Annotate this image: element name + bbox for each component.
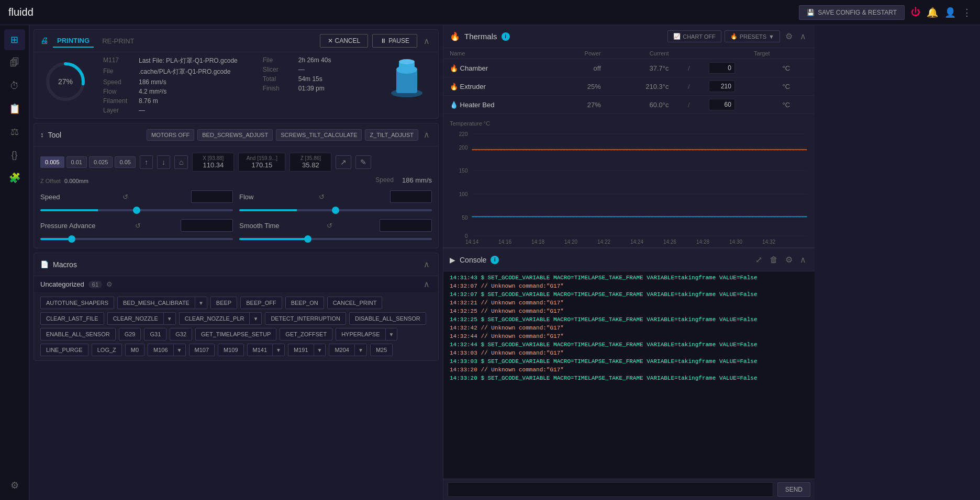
macro-btn-cancel_print[interactable]: CANCEL_PRINT: [327, 297, 383, 309]
speed-reset-btn[interactable]: ↺: [122, 193, 128, 201]
macro-arrow-m141[interactable]: ▼: [272, 344, 285, 356]
sensor-target-input-0[interactable]: [709, 62, 735, 74]
macro-btn-log_z[interactable]: LOG_Z: [92, 344, 122, 356]
smooth-input[interactable]: 0.03 s: [380, 219, 432, 232]
pa-range[interactable]: [40, 238, 233, 240]
sensor-target-input-2[interactable]: [709, 99, 735, 110]
macro-btn-detect_interruption[interactable]: DETECT_INTERRUPTION: [265, 312, 346, 325]
macro-btn-clear_last_file[interactable]: CLEAR_LAST_FILE: [40, 312, 104, 325]
macro-btn-beep_off[interactable]: BEEP_OFF: [240, 297, 282, 309]
print-card-collapse[interactable]: ∧: [421, 36, 432, 46]
tool-extra1[interactable]: ↗: [336, 155, 351, 169]
z-tilt-button[interactable]: Z_TILT_ADJUST: [365, 129, 418, 141]
move-down-button[interactable]: ↓: [157, 155, 170, 169]
step-0.05[interactable]: 0.05: [115, 156, 135, 168]
chart-off-button[interactable]: 📈 CHART OFF: [667, 30, 721, 42]
sensor-target-input-1[interactable]: [709, 81, 735, 92]
tool-card-collapse[interactable]: ∧: [421, 130, 432, 140]
bell-icon[interactable]: 🔔: [927, 7, 938, 18]
bed-screws-button[interactable]: BED_SCREWS_ADJUST: [197, 129, 273, 141]
macros-collapse[interactable]: ∧: [421, 259, 432, 269]
macro-arrow-m106[interactable]: ▼: [173, 344, 186, 356]
screws-tilt-button[interactable]: SCREWS_TILT_CALCULATE: [276, 129, 362, 141]
step-0.01[interactable]: 0.01: [66, 156, 87, 168]
thermals-info-icon[interactable]: i: [502, 32, 510, 41]
user-icon[interactable]: 👤: [944, 7, 956, 18]
move-up-button[interactable]: ↑: [140, 155, 153, 169]
console-collapse[interactable]: ∧: [798, 255, 808, 265]
flow-reset-btn[interactable]: ↺: [319, 193, 325, 201]
macro-btn-m106[interactable]: M106: [148, 344, 173, 356]
smooth-reset-btn[interactable]: ↺: [327, 222, 332, 230]
sidebar-item-extensions[interactable]: 🧩: [4, 167, 25, 188]
motors-off-button[interactable]: MOTORS OFF: [147, 129, 194, 141]
tab-reprint[interactable]: RE-PRINT: [98, 35, 138, 47]
console-info-icon[interactable]: i: [491, 256, 499, 264]
tool-extra2[interactable]: ✎: [355, 155, 371, 169]
flow-input[interactable]: 100 %: [390, 190, 432, 203]
macro-btn-get_timelapse_setup[interactable]: GET_TIMELAPSE_SETUP: [195, 328, 276, 340]
tab-printing[interactable]: PRINTING: [53, 35, 94, 48]
macro-btn-m109[interactable]: M109: [218, 344, 244, 356]
macro-btn-enable_all_sensor[interactable]: ENABLE_ALL_SENSOR: [40, 328, 116, 340]
pa-input[interactable]: 0.042 mm/s: [181, 219, 233, 232]
macro-btn-m0[interactable]: M0: [125, 344, 144, 356]
sidebar-item-dashboard[interactable]: ⊞: [4, 29, 25, 50]
macro-btn-get_zoffset[interactable]: GET_ZOFFSET: [280, 328, 332, 340]
macro-btn-m141[interactable]: M141: [247, 344, 273, 356]
more-icon[interactable]: ⋮: [962, 7, 972, 18]
console-trash-icon[interactable]: 🗑: [767, 253, 780, 267]
macro-arrow-bed_mesh_calibrate[interactable]: ▼: [195, 297, 207, 309]
macro-btn-hyperlapse[interactable]: HYPERLAPSE: [336, 328, 385, 340]
macro-arrow-m204[interactable]: ▼: [354, 344, 367, 356]
macro-btn-beep[interactable]: BEEP: [210, 297, 237, 309]
sidebar-item-tune[interactable]: ⚖: [4, 121, 25, 142]
macro-arrow-clear_nozzle_plr[interactable]: ▼: [249, 312, 262, 325]
speed-range[interactable]: [40, 209, 233, 211]
speed-row: Speed 186 mm/s: [103, 78, 238, 86]
macro-btn-m25[interactable]: M25: [370, 344, 393, 356]
macro-btn-m191[interactable]: M191: [288, 344, 314, 356]
pause-button[interactable]: ⏸ PAUSE: [372, 34, 417, 48]
power-icon[interactable]: ⏻: [911, 7, 920, 18]
step-0.005[interactable]: 0.005: [40, 156, 64, 168]
speed-input[interactable]: 100 %: [191, 190, 233, 203]
thermals-collapse[interactable]: ∧: [798, 31, 808, 41]
sidebar-item-jobs[interactable]: 📋: [4, 98, 25, 119]
send-button[interactable]: SEND: [777, 482, 810, 497]
macro-btn-bed_mesh_calibrate[interactable]: BED_MESH_CALIBRATE: [117, 297, 195, 309]
macro-btn-autotune_shapers[interactable]: AUTOTUNE_SHAPERS: [40, 297, 114, 309]
macro-arrow-hyperlapse[interactable]: ▼: [385, 328, 398, 340]
macro-btn-clear_nozzle_plr[interactable]: CLEAR_NOZZLE_PLR: [179, 312, 250, 325]
pa-reset-btn[interactable]: ↺: [135, 222, 141, 230]
macro-arrow-m191[interactable]: ▼: [314, 344, 326, 356]
presets-button[interactable]: 🔥 PRESETS ▼: [725, 30, 780, 42]
console-input[interactable]: [448, 482, 773, 497]
macro-btn-g29[interactable]: G29: [119, 328, 141, 340]
macro-btn-clear_nozzle[interactable]: CLEAR_NOZZLE: [107, 312, 163, 325]
console-settings-icon[interactable]: ⚙: [783, 253, 795, 267]
category-settings-icon[interactable]: ⚙: [106, 280, 113, 288]
smooth-range[interactable]: [239, 238, 432, 240]
macro-btn-g32[interactable]: G32: [170, 328, 192, 340]
macro-btn-m204[interactable]: M204: [329, 344, 354, 356]
sidebar-item-files[interactable]: 🗐: [4, 52, 25, 73]
filament-label: Filament: [103, 97, 135, 105]
console-expand-icon[interactable]: ⤢: [753, 253, 764, 267]
thermals-settings-icon[interactable]: ⚙: [783, 29, 795, 43]
macro-btn-beep_on[interactable]: BEEP_ON: [285, 297, 324, 309]
macro-arrow-clear_nozzle[interactable]: ▼: [163, 312, 176, 325]
step-0.025[interactable]: 0.025: [89, 156, 113, 168]
category-collapse[interactable]: ∧: [421, 279, 432, 289]
macro-btn-m107[interactable]: M107: [189, 344, 215, 356]
save-config-button[interactable]: 💾 SAVE CONFIG & RESTART: [799, 5, 905, 20]
cancel-button[interactable]: ✕ CANCEL: [320, 34, 369, 48]
sidebar-item-history[interactable]: ⏱: [4, 75, 25, 96]
macro-btn-line_purge[interactable]: LINE_PURGE: [40, 344, 88, 356]
sidebar-item-settings[interactable]: ⚙: [4, 475, 25, 496]
home-button[interactable]: ⌂: [174, 155, 188, 169]
macro-btn-disable_all_sensor[interactable]: DISABLE_ALL_SENSOR: [349, 312, 426, 325]
flow-range[interactable]: [239, 209, 432, 211]
macro-btn-g31[interactable]: G31: [144, 328, 166, 340]
sidebar-item-code[interactable]: {}: [4, 144, 25, 165]
